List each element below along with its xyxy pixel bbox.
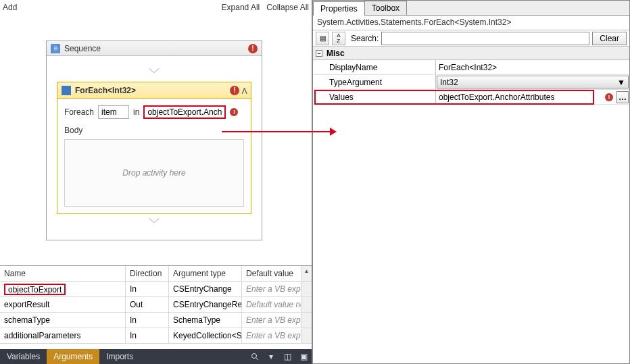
bottom-tab-bar: Variables Arguments Imports ▾ ◫ ▣ [0,349,312,364]
search-label: Search: [351,34,379,43]
foreach-activity[interactable]: ForEach<Int32> ! ⋀ Foreach in ! [57,82,251,214]
foreach-header[interactable]: ForEach<Int32> ! ⋀ [57,82,251,99]
drop-indicator-icon [147,217,161,225]
designer-panel: Add Expand All Collapse All ⎘ Sequence ! [0,0,312,364]
collapse-toggle-icon[interactable]: − [316,50,322,57]
cell-default[interactable]: Enter a VB express [242,313,301,328]
expand-all-link[interactable]: Expand All [222,3,260,12]
table-row[interactable]: schemaTypeInSchemaTypeEnter a VB express [0,313,312,328]
cell-default[interactable]: Default value not su [242,297,301,312]
table-row[interactable]: additionalParametersInKeyedCollection<SE… [0,328,312,344]
values-input[interactable] [439,90,600,104]
foreach-body: Foreach in ! Body Drop activity here [57,99,251,213]
cell-direction[interactable]: In [126,328,169,343]
cell-type[interactable]: CSEntryChange [169,282,242,296]
dropdown-chevron-icon: ▼ [617,78,625,87]
cell-direction[interactable]: Out [126,297,169,312]
search-icon[interactable] [249,350,261,363]
annotation-arrow [222,131,331,132]
column-type-header[interactable]: Argument type [169,266,242,281]
svg-point-0 [252,354,257,359]
properties-panel: Properties Toolbox System.Activities.Sta… [312,0,630,364]
fit-screen-icon[interactable]: ▣ [297,350,310,363]
scroll-up-icon[interactable]: ▲ [301,266,312,276]
categorize-button[interactable]: ▤ [316,32,329,45]
body-label: Body [64,126,244,135]
foreach-title: ForEach<Int32> [75,86,136,95]
column-default-header[interactable]: Default value [242,266,301,281]
table-row[interactable]: objectToExportInCSEntryChangeEnter a VB … [0,282,312,297]
svg-line-1 [256,358,258,360]
sequence-body: ForEach<Int32> ! ⋀ Foreach in ! [47,56,262,240]
error-icon: ! [605,93,613,101]
displayname-input[interactable] [439,60,627,74]
breadcrumb-bar: Add Expand All Collapse All [0,0,312,15]
column-direction-header[interactable]: Direction [126,266,169,281]
tab-imports[interactable]: Imports [99,349,140,364]
foreach-label: Foreach [64,107,94,117]
category-misc[interactable]: − Misc [313,47,629,60]
sequence-header[interactable]: ⎘ Sequence ! [47,41,262,56]
expression-editor-button[interactable]: … [616,91,629,103]
designer-canvas: Add Expand All Collapse All ⎘ Sequence ! [0,0,312,265]
cell-name[interactable]: exportResult [0,297,126,312]
error-icon: ! [230,108,238,116]
tab-toolbox[interactable]: Toolbox [364,1,407,15]
cell-name[interactable]: objectToExport [0,282,126,296]
property-name: TypeArgument [313,75,436,89]
property-value[interactable] [436,60,629,74]
tab-arguments[interactable]: Arguments [47,349,99,364]
foreach-icon [62,86,71,95]
cell-default[interactable]: Enter a VB express [242,282,301,296]
property-values-row: Values ! … [313,90,629,105]
error-icon: ! [230,86,239,95]
selected-class-name: System.Activities.Statements.ForEach<Sys… [313,16,629,30]
properties-toolbar: ▤ AZ Search: Clear [313,30,629,47]
error-icon: ! [248,44,258,53]
collapse-all-link[interactable]: Collapse All [266,3,309,12]
cell-direction[interactable]: In [126,313,169,328]
add-link[interactable]: Add [3,3,17,12]
dropdown-value: Int32 [440,78,458,87]
property-name: Values [313,90,436,104]
property-displayname-row: DisplayName [313,60,629,75]
annotation-arrow-head [330,128,337,136]
table-row[interactable]: exportResultOutCSEntryChangeReDefault va… [0,297,312,313]
in-label: in [133,107,139,117]
cell-direction[interactable]: In [126,282,169,296]
tab-variables[interactable]: Variables [0,349,47,364]
cell-type[interactable]: CSEntryChangeRe [169,297,242,312]
collapse-chevron-icon[interactable]: ⋀ [242,87,247,94]
cell-type[interactable]: KeyedCollection<S [169,328,242,343]
drop-hint-text: Drop activity here [122,168,185,178]
drop-indicator-icon [147,67,161,75]
body-drop-zone[interactable]: Drop activity here [64,139,244,207]
tab-properties[interactable]: Properties [313,1,365,16]
grid-header-row: Name Direction Argument type Default val… [0,266,312,282]
sequence-activity[interactable]: ⎘ Sequence ! ForEach<Int32> ! [46,41,262,240]
property-value[interactable] [436,90,602,104]
properties-search-input[interactable] [381,32,589,45]
overview-icon[interactable]: ◫ [281,350,293,363]
cell-name[interactable]: schemaType [0,313,126,328]
arguments-grid: Name Direction Argument type Default val… [0,265,312,349]
panel-tabs: Properties Toolbox [313,1,629,16]
cell-name[interactable]: additionalParameters [0,328,126,343]
category-label: Misc [326,49,345,58]
clear-search-button[interactable]: Clear [592,32,627,45]
foreach-values-input[interactable] [143,105,226,119]
cell-type[interactable]: SchemaType [169,313,242,328]
property-typeargument-row: TypeArgument Int32 ▼ [313,75,629,90]
cell-default[interactable]: Enter a VB express [242,328,301,343]
sequence-icon: ⎘ [51,44,60,53]
sequence-title: Sequence [64,44,101,53]
column-name-header[interactable]: Name [0,266,126,281]
property-name: DisplayName [313,60,436,74]
sort-az-button[interactable]: AZ [332,32,345,45]
zoom-level-icon[interactable]: ▾ [265,350,277,363]
typeargument-dropdown[interactable]: Int32 ▼ [437,76,629,88]
foreach-item-input[interactable] [98,105,129,119]
